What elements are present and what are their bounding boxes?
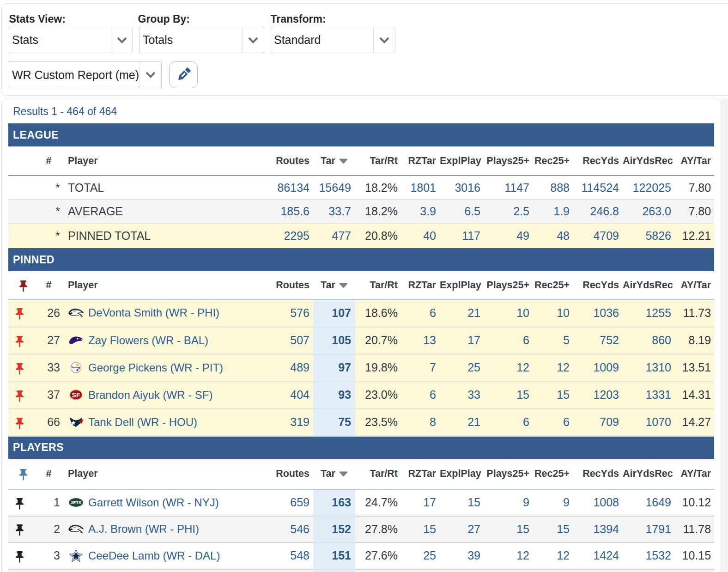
svg-text:SF: SF [72,391,80,399]
svg-text:JETS: JETS [71,500,82,505]
